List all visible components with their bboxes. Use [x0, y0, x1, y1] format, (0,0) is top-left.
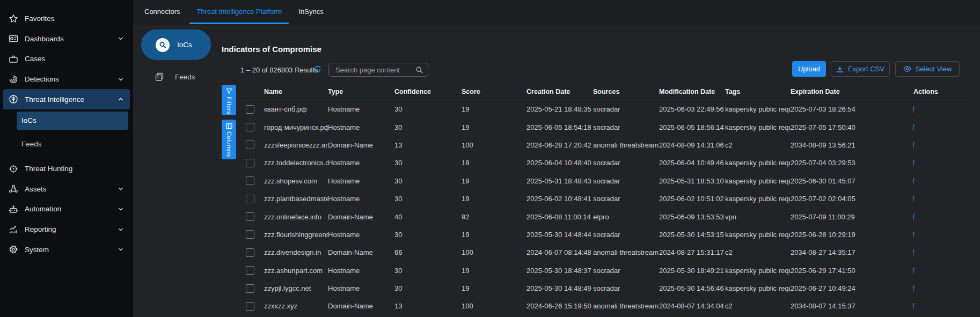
- ioc-name-cell: zzz.toddelectronics.c: [264, 159, 328, 167]
- subnav-feeds-button[interactable]: Feeds: [155, 70, 195, 84]
- ioc-tags-cell: kaspersky public requ: [725, 159, 791, 167]
- column-header-type[interactable]: Type: [328, 88, 394, 95]
- eye-icon: [903, 65, 911, 73]
- sidebar-item-favorites[interactable]: Favorites: [3, 9, 130, 29]
- sidebar-item-detections[interactable]: Detections: [3, 69, 130, 90]
- sidebar-item-system[interactable]: System: [3, 239, 130, 260]
- delete-icon[interactable]: [913, 213, 915, 221]
- columns-tab[interactable]: Columns: [222, 120, 236, 159]
- row-checkbox[interactable]: [246, 230, 254, 239]
- ioc-tags-cell: c2: [725, 248, 791, 256]
- row-checkbox[interactable]: [246, 302, 254, 311]
- row-checkbox[interactable]: [246, 176, 254, 185]
- tab-threat-intelligence-platform[interactable]: Threat Intelligence Platform: [189, 0, 289, 24]
- ioc-creation-date-cell: 2024-06-26 15:19:50: [526, 302, 593, 310]
- tab-insyncs[interactable]: InSyncs: [291, 0, 330, 24]
- sidebar-item-cases[interactable]: Cases: [3, 49, 130, 69]
- delete-icon[interactable]: [913, 123, 915, 131]
- row-checkbox[interactable]: [246, 159, 254, 167]
- column-header-tags[interactable]: Tags: [725, 88, 791, 95]
- chevron-down-icon: [117, 185, 125, 193]
- ioc-sources-cell: socradar: [593, 105, 659, 113]
- ioc-modification-date-cell: 2025-05-30 14:56:46: [659, 284, 725, 292]
- search-icon[interactable]: [415, 66, 423, 74]
- ioc-confidence-cell: 13: [394, 141, 462, 149]
- sidebar-subitem-feeds[interactable]: Feeds: [17, 135, 128, 153]
- filters-tab-label: Filters: [226, 97, 232, 114]
- sidebar-item-automation[interactable]: Automation: [3, 199, 130, 219]
- row-checkbox[interactable]: [246, 195, 254, 203]
- ioc-confidence-cell: 30: [394, 267, 462, 275]
- delete-icon[interactable]: [913, 284, 915, 292]
- upload-button[interactable]: Upload: [792, 61, 826, 77]
- chevron-down-icon: [117, 205, 125, 213]
- sidebar-item-reporting[interactable]: Reporting: [3, 219, 130, 240]
- row-checkbox[interactable]: [246, 212, 254, 221]
- ioc-score-cell: 19: [462, 231, 526, 239]
- table-row: zzzsleepisnicezzz.ar Domain-Name 13 100 …: [240, 136, 971, 154]
- select-view-button[interactable]: Select View: [895, 61, 960, 77]
- delete-icon[interactable]: [913, 231, 915, 239]
- subnav-feeds-label: Feeds: [175, 73, 195, 81]
- delete-icon[interactable]: [913, 105, 915, 113]
- filters-tab[interactable]: Filters: [222, 85, 236, 115]
- app-window: Favorites Dashboards Cases Detections Th…: [0, 0, 980, 317]
- column-header-modification-date[interactable]: Modification Date: [659, 88, 725, 95]
- column-header-confidence[interactable]: Confidence: [394, 88, 462, 95]
- export-csv-button[interactable]: Export CSV: [831, 61, 890, 77]
- search-input[interactable]: [334, 65, 415, 75]
- ioc-modification-date-cell: 2024-08-09 14:31:06: [659, 141, 725, 149]
- ioc-type-cell: Domain-Name: [328, 213, 394, 221]
- ioc-expiration-date-cell: 2025-07-05 17:50:40: [791, 123, 913, 131]
- sidebar-item-dashboards[interactable]: Dashboards: [3, 29, 130, 49]
- ioc-name-cell: zzz.ashunpart.com: [264, 267, 328, 275]
- ioc-sources-cell: socradar: [593, 231, 659, 239]
- subnav-iocs-label: IoCs: [177, 41, 192, 49]
- sidebar-item-assets[interactable]: Assets: [3, 179, 130, 200]
- ioc-name-cell: zzz.shopesv.com: [264, 177, 328, 185]
- ioc-sources-cell: etpro: [593, 213, 659, 221]
- search-box: [328, 63, 428, 77]
- delete-icon[interactable]: [913, 302, 915, 310]
- shield-search-icon: [156, 38, 170, 52]
- feeds-stack-icon: [155, 72, 164, 82]
- column-header-expiration-date[interactable]: Expiration Date: [791, 88, 913, 95]
- sidebar-item-label: Threat Intelligence: [25, 95, 111, 104]
- tab-connectors[interactable]: Connectors: [137, 0, 187, 24]
- row-checkbox[interactable]: [246, 123, 254, 131]
- row-checkbox[interactable]: [246, 284, 254, 293]
- delete-icon[interactable]: [913, 141, 915, 149]
- subnav-iocs-button[interactable]: IoCs: [141, 30, 211, 60]
- filter-funnel-icon: [226, 88, 232, 94]
- gear-icon: [9, 245, 18, 254]
- row-checkbox[interactable]: [246, 105, 254, 114]
- delete-icon[interactable]: [913, 195, 915, 203]
- ioc-tags-cell: kaspersky public requ: [725, 105, 791, 113]
- row-checkbox[interactable]: [246, 141, 254, 149]
- ioc-name-cell: zzz.plantbasedmaste: [264, 195, 328, 203]
- ioc-name-cell: zzxxzz.xyz: [264, 302, 328, 310]
- sidebar-subitem-iocs[interactable]: IoCs: [17, 112, 128, 130]
- table-header-row: Name Type Confidence Score Creation Date…: [240, 83, 971, 100]
- column-header-sources[interactable]: Sources: [593, 88, 659, 95]
- column-header-name[interactable]: Name: [264, 88, 328, 95]
- ioc-expiration-date-cell: 2025-07-09 11:00:29: [791, 213, 913, 221]
- delete-icon[interactable]: [913, 177, 915, 185]
- column-header-creation-date[interactable]: Creation Date: [526, 88, 593, 95]
- refresh-icon[interactable]: [313, 65, 321, 73]
- delete-icon[interactable]: [913, 159, 915, 167]
- ioc-name-cell: zzz.divendesign.in: [264, 248, 328, 256]
- ioc-tags-cell: kaspersky public requ: [725, 231, 791, 239]
- row-checkbox[interactable]: [246, 266, 254, 275]
- ioc-modification-date-cell: 2025-06-02 10:51:02: [659, 195, 725, 203]
- sidebar-item-threat-hunting[interactable]: Threat Hunting: [3, 159, 130, 179]
- ioc-tags-cell: kaspersky public requ: [725, 267, 791, 275]
- delete-icon[interactable]: [913, 248, 915, 256]
- column-header-score[interactable]: Score: [462, 88, 526, 95]
- table-row: zzxxzz.xyz Domain-Name 13 100 2024-06-26…: [240, 297, 971, 315]
- sidebar-item-threat-intelligence[interactable]: Threat Intelligence: [3, 89, 130, 109]
- brain-icon: [9, 94, 18, 104]
- ioc-creation-date-cell: 2025-06-04 10:48:40: [526, 159, 593, 167]
- delete-icon[interactable]: [913, 267, 915, 275]
- row-checkbox[interactable]: [246, 248, 254, 257]
